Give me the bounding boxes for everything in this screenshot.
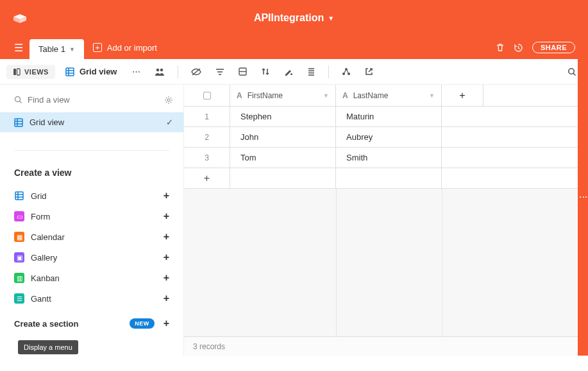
sidebar-view-grid[interactable]: Grid view ✓	[0, 112, 183, 132]
create-kanban-view[interactable]: ▥ Kanban +	[0, 268, 183, 288]
drag-handle-icon[interactable]: ⋮	[582, 193, 585, 201]
views-sidebar: Grid view ✓ Create a view Grid + ▭ Form …	[0, 85, 184, 356]
svg-point-14	[290, 73, 292, 75]
select-all-header[interactable]	[184, 85, 230, 106]
svg-point-6	[156, 68, 160, 71]
table-row[interactable]: 3 Tom Smith	[184, 148, 588, 168]
cell-firstname[interactable]: Tom	[230, 148, 336, 168]
create-grid-view[interactable]: Grid +	[0, 186, 183, 206]
tab-label: Table 1	[38, 44, 65, 54]
create-gallery-view[interactable]: ▣ Gallery +	[0, 247, 183, 268]
caret-down-icon[interactable]: ▼	[429, 92, 435, 99]
form-icon: ▭	[14, 211, 24, 221]
svg-rect-2	[66, 68, 74, 76]
base-title-dropdown[interactable]: APIIntegration ▼	[254, 12, 334, 24]
svg-rect-33	[15, 192, 23, 200]
svg-rect-0	[13, 69, 16, 75]
checkbox-icon[interactable]	[203, 92, 211, 99]
create-item-label: Form	[31, 212, 50, 221]
row-number[interactable]: 1	[184, 107, 230, 126]
tooltip: Display a menu	[18, 340, 78, 354]
group-icon[interactable]	[233, 65, 252, 78]
current-view-dropdown[interactable]: Grid view	[59, 64, 124, 80]
hamburger-menu-icon[interactable]: ☰	[8, 42, 29, 54]
add-column-button[interactable]: +	[442, 85, 483, 106]
cell-lastname[interactable]: Smith	[336, 148, 442, 168]
grid-empty-area	[184, 189, 588, 336]
create-item-label: Gantt	[31, 294, 51, 304]
column-header-lastname[interactable]: A LastName ▼	[336, 85, 442, 106]
cell-lastname[interactable]: Maturin	[336, 107, 442, 126]
table-row[interactable]: 1 Stephen Maturin	[184, 107, 588, 127]
app-logo[interactable]	[12, 12, 29, 24]
view-label: Grid view	[29, 117, 64, 127]
svg-point-24	[569, 68, 574, 73]
share-button[interactable]: SHARE	[532, 42, 575, 53]
svg-line-27	[20, 101, 22, 103]
table-row[interactable]: 2 John Aubrey	[184, 127, 588, 148]
history-icon[interactable]	[514, 43, 523, 53]
create-form-view[interactable]: ▭ Form +	[0, 206, 183, 227]
svg-point-7	[160, 68, 164, 71]
svg-line-23	[347, 70, 348, 73]
more-icon[interactable]: ⋯	[127, 64, 146, 79]
hide-fields-icon[interactable]	[186, 65, 206, 78]
create-gantt-view[interactable]: ☰ Gantt +	[0, 288, 183, 309]
plus-icon[interactable]: +	[184, 168, 230, 188]
plus-icon: +	[164, 190, 169, 202]
filter-icon[interactable]	[210, 65, 230, 78]
create-section-label: Create a section	[14, 319, 78, 329]
caret-down-icon[interactable]: ▼	[323, 92, 329, 99]
row-number[interactable]: 2	[184, 127, 230, 147]
tab-table1[interactable]: Table 1 ▼	[29, 39, 84, 59]
search-icon	[14, 96, 22, 104]
create-section-button[interactable]: Create a section NEW +	[0, 311, 183, 333]
text-field-icon: A	[237, 91, 242, 100]
open-external-icon[interactable]	[360, 65, 378, 78]
data-grid: A FirstName ▼ A LastName ▼ + 1 Stephen M…	[184, 85, 588, 356]
share-view-icon[interactable]	[337, 65, 356, 79]
add-or-import-button[interactable]: + Add or import	[84, 43, 166, 53]
svg-line-22	[344, 70, 346, 73]
create-item-label: Kanban	[31, 273, 60, 283]
base-title: APIIntegration	[254, 12, 324, 24]
current-view-label: Grid view	[80, 67, 117, 76]
record-count: 3 records	[193, 342, 225, 351]
cell-lastname[interactable]: Aubrey	[336, 127, 442, 147]
cell-firstname[interactable]: John	[230, 127, 336, 147]
color-icon[interactable]	[279, 65, 298, 78]
calendar-icon: ▦	[14, 232, 24, 242]
plus-square-icon: +	[93, 43, 102, 52]
create-item-label: Calendar	[31, 232, 65, 242]
gantt-icon: ☰	[14, 293, 24, 304]
grid-footer: 3 records	[184, 336, 588, 356]
svg-rect-1	[17, 69, 21, 75]
collaborators-icon[interactable]	[149, 65, 170, 79]
gear-icon[interactable]	[164, 96, 173, 105]
row-number[interactable]: 3	[184, 148, 230, 168]
svg-rect-29	[15, 119, 22, 126]
plus-icon: +	[164, 293, 169, 304]
create-calendar-view[interactable]: ▦ Calendar +	[0, 227, 183, 247]
trash-icon[interactable]	[496, 43, 505, 52]
create-view-header: Create a view	[0, 162, 183, 183]
column-header-firstname[interactable]: A FirstName ▼	[230, 85, 336, 106]
svg-line-25	[573, 73, 575, 75]
views-label: VIEWS	[24, 68, 49, 76]
plus-icon: +	[164, 272, 169, 284]
svg-point-26	[15, 97, 21, 102]
find-view-input[interactable]	[28, 95, 159, 105]
cell-firstname[interactable]: Stephen	[230, 107, 336, 126]
add-row-button[interactable]: +	[184, 168, 588, 189]
add-import-label: Add or import	[107, 43, 157, 53]
svg-point-28	[167, 99, 170, 101]
gallery-icon: ▣	[14, 252, 24, 263]
caret-down-icon: ▼	[328, 15, 334, 22]
caret-down-icon[interactable]: ▼	[69, 46, 75, 53]
views-toggle-button[interactable]: VIEWS	[6, 65, 55, 79]
divider	[14, 150, 169, 151]
row-height-icon[interactable]	[302, 65, 321, 78]
tables-bar: ☰ Table 1 ▼ + Add or import SHARE	[0, 36, 588, 59]
text-field-icon: A	[342, 91, 348, 100]
sort-icon[interactable]	[256, 65, 275, 78]
